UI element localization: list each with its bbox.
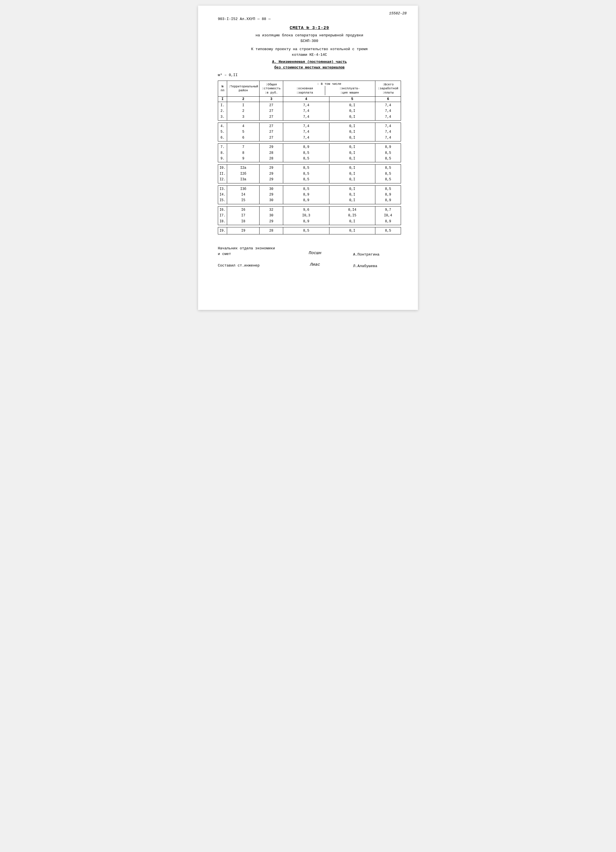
table-row: I3. I4. I5.I3б I4 I530 29 308,5 8,9 8,90… — [218, 186, 401, 204]
section-heading: А. Неизменяемая (постоянная) часть без с… — [218, 59, 401, 70]
index-3: 3 — [260, 96, 283, 102]
cell-machine: 0,I 0,I 0,I — [329, 144, 375, 162]
cell-region: I 2 3 — [227, 102, 260, 120]
cell-num: I0. II. I2. — [218, 165, 227, 183]
cell-region: 7 8 9 — [227, 144, 260, 162]
spacer-row — [218, 204, 401, 206]
cell-machine: 0,I 0,I 0,I — [329, 102, 375, 120]
cell-wage: 9,7 I0,4 8,9 — [375, 206, 401, 225]
project-info: К типовому проекту на строительство коте… — [218, 47, 401, 57]
index-6: 6 — [375, 96, 401, 102]
cell-basic: 8,9 8,5 8,5 — [283, 144, 329, 162]
cell-num: I6. I7. I8. — [218, 206, 227, 225]
title-section: СМЕТА № 3-I-29 на изоляцию блока сепарат… — [218, 26, 401, 70]
cell-wage: 8,5 8,9 8,9 — [375, 186, 401, 204]
footer-signature-1: Посшн — [280, 251, 350, 257]
cell-region: I9 — [227, 227, 260, 234]
page-number: 15582-28 — [389, 11, 407, 15]
table-body: I. 2. 3.I 2 327 27 277,4 7,4 7,40,I 0,I … — [218, 102, 401, 234]
index-4: 4 — [283, 96, 329, 102]
cell-wage: 7,4 7,4 7,4 — [375, 102, 401, 120]
cell-cost: 28 — [260, 227, 283, 234]
cell-cost: 27 27 27 — [260, 123, 283, 141]
cell-basic: 7,4 7,4 7,4 — [283, 102, 329, 120]
document-page: 15582-28 903-I-I52 Ал.ХХУП — 88 — СМЕТА … — [198, 6, 418, 310]
header-col-wage: :Всего:заработной:платы — [375, 81, 401, 97]
cell-region: 4 5 6 — [227, 123, 260, 141]
cell-machine: 0,I — [329, 227, 375, 234]
cell-num: I3. I4. I5. — [218, 186, 227, 204]
table-row: I0. II. I2.I2а I2б I3а29 29 298,5 8,5 8,… — [218, 165, 401, 183]
index-5: 5 — [329, 96, 375, 102]
footer-signature-2: Лиас — [280, 262, 350, 268]
table-header-row: №пп :Территориальныйрайон :Общая:стоимос… — [218, 81, 401, 97]
footer-row-2: Составил ст.инженер Лиас Л.Алабушева — [218, 262, 401, 268]
cell-machine: 0,I 0,I 0,I — [329, 186, 375, 204]
cell-machine: 0,I 0,I 0,I — [329, 165, 375, 183]
header-col-breakdown: : В том числе:основная:зарплата:эксплуат… — [283, 81, 375, 97]
cell-wage: 8,9 8,5 8,5 — [375, 144, 401, 162]
footer-role-1: Начальник отдела экономики и смет — [218, 246, 280, 257]
index-1: I — [218, 96, 227, 102]
table-row: 7. 8. 9.7 8 929 28 288,9 8,5 8,50,I 0,I … — [218, 144, 401, 162]
cell-machine: 0,I4 0,I5 0,I — [329, 206, 375, 225]
cell-region: I3б I4 I5 — [227, 186, 260, 204]
spacer-row — [218, 183, 401, 186]
document-header: 903-I-I52 Ал.ХХУП — 88 — — [218, 17, 401, 21]
spacer-row — [218, 141, 401, 144]
cell-cost: 29 29 29 — [260, 165, 283, 183]
spacer-row — [218, 162, 401, 165]
cell-cost: 30 29 30 — [260, 186, 283, 204]
header-col-region: :Территориальныйрайон — [227, 81, 260, 97]
spacer-row — [218, 121, 401, 123]
footer-name-1: А.Понтрягина — [350, 252, 401, 257]
table-row: I. 2. 3.I 2 327 27 277,4 7,4 7,40,I 0,I … — [218, 102, 401, 120]
cell-cost: 27 27 27 — [260, 102, 283, 120]
main-table: №пп :Территориальныйрайон :Общая:стоимос… — [218, 80, 401, 234]
header-col-cost: :Общая:стоимость:в руб. — [260, 81, 283, 97]
cell-num: I9. — [218, 227, 227, 234]
cell-basic: 7,4 7,4 7,4 — [283, 123, 329, 141]
cell-basic: 8,5 — [283, 227, 329, 234]
cell-basic: 9,6 I0,3 8,9 — [283, 206, 329, 225]
spacer-row — [218, 225, 401, 227]
cell-num: I. 2. 3. — [218, 102, 227, 120]
cell-basic: 8,5 8,9 8,9 — [283, 186, 329, 204]
header-col-num: №пп — [218, 81, 227, 97]
table-index-row: I 2 3 4 5 6 — [218, 96, 401, 102]
cell-wage: 7,4 7,4 7,4 — [375, 123, 401, 141]
table-row: 4. 5. 6.4 5 627 27 277,4 7,4 7,40,I 0,I … — [218, 123, 401, 141]
footer-row-1: Начальник отдела экономики и смет Посшн … — [218, 246, 401, 257]
footer-role-2: Составил ст.инженер — [218, 263, 280, 269]
cell-cost: 29 28 28 — [260, 144, 283, 162]
description: на изоляцию блока сепаратора непрерывной… — [218, 33, 401, 44]
cell-num: 7. 8. 9. — [218, 144, 227, 162]
formula: м³ – 0,II — [218, 73, 401, 77]
smeta-title: СМЕТА № 3-I-29 — [218, 26, 401, 30]
index-2: 2 — [227, 96, 260, 102]
cell-region: I2а I2б I3а — [227, 165, 260, 183]
cell-basic: 8,5 8,5 8,5 — [283, 165, 329, 183]
footer-section: Начальник отдела экономики и смет Посшн … — [218, 246, 401, 268]
cell-machine: 0,I 0,I 0,I — [329, 123, 375, 141]
cell-wage: 8,5 — [375, 227, 401, 234]
cell-num: 4. 5. 6. — [218, 123, 227, 141]
cell-wage: 8,5 8,5 8,5 — [375, 165, 401, 183]
cell-region: I6 I7 I8 — [227, 206, 260, 225]
cell-cost: 32 30 29 — [260, 206, 283, 225]
footer-name-2: Л.Алабушева — [350, 264, 401, 268]
table-row: I9.I9288,50,I8,5 — [218, 227, 401, 234]
table-row: I6. I7. I8.I6 I7 I832 30 299,6 I0,3 8,90… — [218, 206, 401, 225]
